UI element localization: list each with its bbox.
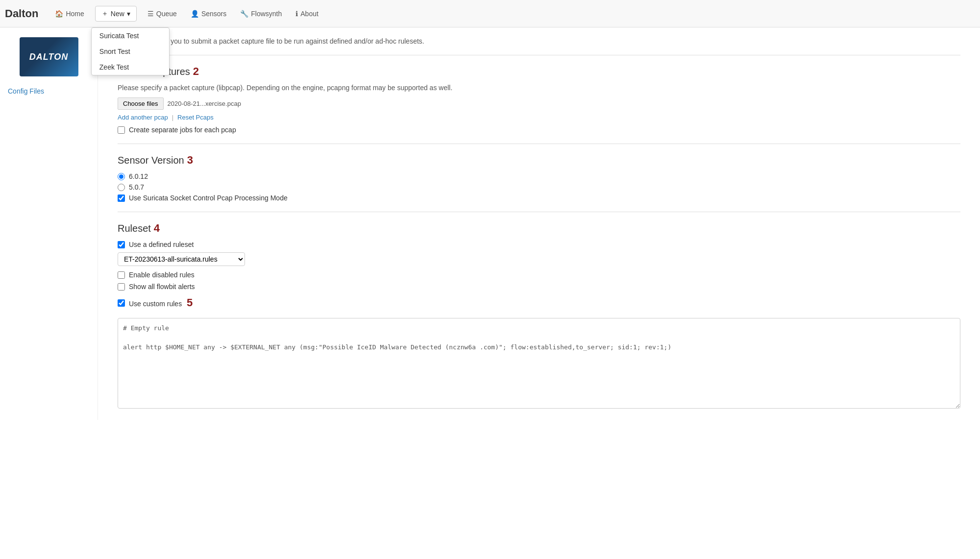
nav-sensors[interactable]: 👤 Sensors	[184, 0, 233, 27]
sensor-version-507-row: 5.0.7	[118, 183, 960, 191]
show-flowbit-label: Show all flowbit alerts	[129, 283, 195, 291]
show-flowbit-row: Show all flowbit alerts	[118, 283, 960, 291]
step-2-label: 2	[193, 65, 199, 78]
choose-files-button[interactable]: Choose files	[118, 97, 164, 110]
divider-1	[118, 55, 960, 55]
page-intro: This page allows you to submit a packet …	[118, 37, 960, 45]
step-3-label: 3	[187, 154, 193, 167]
brand-link[interactable]: Dalton	[5, 7, 38, 20]
add-another-pcap-link[interactable]: Add another pcap	[118, 114, 168, 121]
nav-flowsynth[interactable]: 🔧 Flowsynth	[233, 0, 289, 27]
pcap-section: Packet Captures 2 Please specify a packe…	[118, 65, 960, 134]
sensor-v507-label: 5.0.7	[129, 183, 144, 191]
ruleset-select[interactable]: ET-20230613-all-suricata.rules ET-202306…	[118, 252, 245, 266]
socket-control-label: Use Suricata Socket Control Pcap Process…	[129, 194, 288, 202]
show-flowbit-checkbox[interactable]	[118, 283, 125, 291]
file-name-display: 2020-08-21...xercise.pcap	[168, 100, 241, 107]
nav-flowsynth-label: Flowsynth	[251, 10, 282, 18]
nav-about-label: About	[300, 10, 318, 18]
sidebar: DALTON Config Files	[0, 27, 98, 420]
use-custom-rules-row: Use custom rules 5	[118, 296, 960, 309]
sensor-section-title: Sensor Version 3	[118, 154, 960, 167]
main-layout: DALTON Config Files This page allows you…	[0, 27, 980, 420]
separate-jobs-label: Create separate jobs for each pcap	[129, 126, 236, 134]
ruleset-section-title: Ruleset 4	[118, 222, 960, 235]
dropdown-suricata-test[interactable]: Suricata Test	[92, 28, 169, 44]
nav-home[interactable]: 🏠 Home	[48, 0, 91, 27]
socket-control-row: Use Suricata Socket Control Pcap Process…	[118, 194, 960, 202]
pcap-description: Please specify a packet capture (libpcap…	[118, 84, 960, 92]
sidebar-config-files[interactable]: Config Files	[0, 84, 98, 98]
divider-2	[118, 144, 960, 144]
nav-sensors-label: Sensors	[201, 10, 226, 18]
separate-jobs-checkbox[interactable]	[118, 126, 125, 134]
nav-about[interactable]: ℹ About	[289, 0, 325, 27]
pcap-link-divider: |	[172, 114, 173, 121]
new-dropdown-menu: Suricata Test Snort Test Zeek Test	[91, 27, 170, 75]
nav-queue[interactable]: ☰ Queue	[141, 0, 184, 27]
reset-pcaps-link[interactable]: Reset Pcaps	[177, 114, 214, 121]
nav-new-dropdown-container: ＋ New ▾ Suricata Test Snort Test Zeek Te…	[91, 0, 141, 27]
enable-disabled-rules-label: Enable disabled rules	[129, 271, 195, 279]
nav-home-label: Home	[66, 10, 84, 18]
socket-control-checkbox[interactable]	[118, 194, 125, 202]
enable-disabled-rules-checkbox[interactable]	[118, 271, 125, 279]
caret-down-icon: ▾	[127, 10, 130, 18]
step-4-label: 4	[154, 222, 160, 235]
separate-jobs-row: Create separate jobs for each pcap	[118, 126, 960, 134]
sensors-icon: 👤	[191, 10, 199, 18]
file-row: Choose files 2020-08-21...xercise.pcap	[118, 97, 960, 110]
sensor-v507-radio[interactable]	[118, 184, 125, 191]
use-defined-ruleset-label: Use a defined ruleset	[129, 241, 194, 248]
nav-new-button[interactable]: ＋ New ▾	[95, 6, 137, 22]
logo-box: DALTON	[20, 37, 78, 76]
use-custom-rules-label: Use custom rules 5	[129, 296, 193, 309]
nav-new-label: New	[111, 10, 124, 18]
nav-items: 🏠 Home ＋ New ▾ Suricata Test Snort Test …	[48, 0, 325, 27]
use-defined-ruleset-row: Use a defined ruleset	[118, 241, 960, 248]
sensor-version-6012-row: 6.0.12	[118, 172, 960, 180]
logo-image: DALTON	[29, 52, 68, 62]
dropdown-zeek-test[interactable]: Zeek Test	[92, 59, 169, 75]
main-content: This page allows you to submit a packet …	[98, 27, 980, 420]
custom-rules-textarea[interactable]: # Empty rule alert http $HOME_NET any ->…	[118, 318, 960, 409]
use-defined-ruleset-checkbox[interactable]	[118, 241, 125, 248]
sensor-v6012-label: 6.0.12	[129, 172, 148, 180]
enable-disabled-rules-row: Enable disabled rules	[118, 271, 960, 279]
divider-3	[118, 212, 960, 212]
sensor-section: Sensor Version 3 6.0.12 5.0.7 Use Surica…	[118, 154, 960, 202]
use-custom-rules-checkbox[interactable]	[118, 299, 125, 307]
pcap-links: Add another pcap | Reset Pcaps	[118, 114, 960, 121]
ruleset-section: Ruleset 4 Use a defined ruleset ET-20230…	[118, 222, 960, 410]
sensor-v6012-radio[interactable]	[118, 173, 125, 180]
plus-icon: ＋	[101, 9, 108, 18]
flowsynth-icon: 🔧	[240, 10, 248, 18]
nav-queue-label: Queue	[156, 10, 177, 18]
step-5-label: 5	[187, 296, 193, 309]
about-icon: ℹ	[295, 10, 298, 18]
home-icon: 🏠	[55, 10, 63, 18]
navbar: Dalton 🏠 Home ＋ New ▾ Suricata Test Snor…	[0, 0, 980, 27]
dropdown-snort-test[interactable]: Snort Test	[92, 44, 169, 59]
pcap-section-title: Packet Captures 2	[118, 65, 960, 78]
queue-icon: ☰	[147, 10, 154, 18]
